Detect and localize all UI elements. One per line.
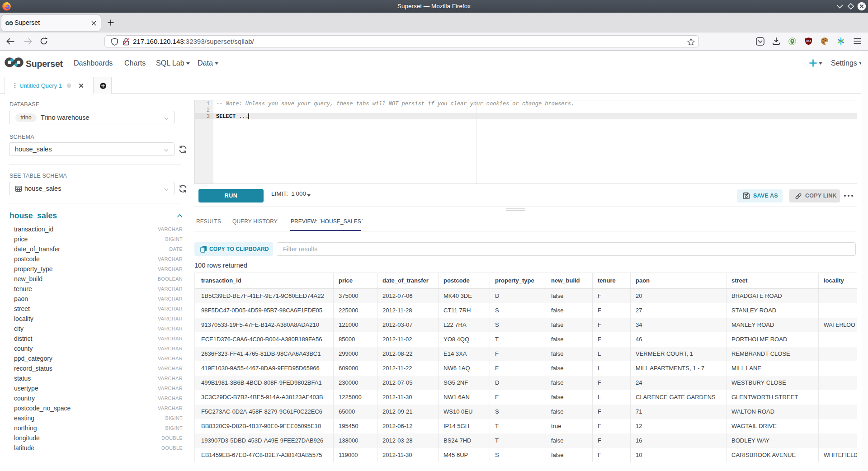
svg-text:uO: uO: [807, 39, 811, 42]
